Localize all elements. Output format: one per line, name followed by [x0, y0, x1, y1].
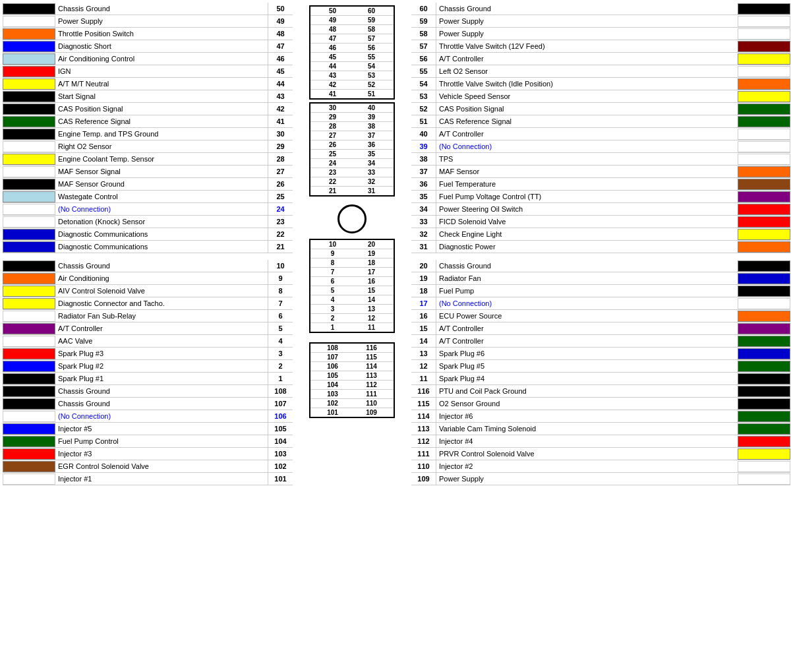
wire-color-swatch [738, 298, 790, 309]
connector-cell-right: 40 [363, 104, 381, 111]
pin-label: (No Connection) [436, 299, 738, 307]
connector-row: 102110 [310, 399, 394, 408]
right-pin-row: 54Throttle Valve Switch (Idle Position) [411, 78, 790, 90]
pin-label: ECU Power Source [436, 312, 738, 320]
pin-label: Spark Plug #6 [436, 350, 738, 357]
left-pin-row: Chassis Ground50 [3, 3, 293, 15]
pin-number: 3 [268, 348, 293, 359]
pin-number: 29 [268, 140, 293, 152]
wire-color-swatch [3, 348, 55, 359]
wire-color-swatch [3, 216, 55, 228]
connector-cell-left: 108 [324, 344, 342, 351]
wire-color-swatch [738, 154, 790, 165]
left-pin-row: Detonation (Knock) Sensor23 [3, 216, 293, 228]
pin-number: 26 [268, 178, 293, 190]
right-pin-row: 57Throttle Valve Switch (12V Feed) [411, 40, 790, 53]
connector-cell-right: 19 [363, 250, 381, 257]
pin-number: 35 [411, 191, 436, 202]
wire-color-swatch [738, 386, 790, 397]
pin-number: 27 [268, 166, 293, 177]
connector-cell-left: 22 [324, 178, 342, 185]
connector-cell-right: 32 [363, 178, 381, 185]
right-pin-row: 53Vehicle Speed Sensor [411, 90, 790, 103]
connector-cell-left: 27 [324, 132, 342, 139]
pin-number: 24 [268, 203, 293, 215]
connector-section: 3040293928382737263625352434233322322131 [309, 102, 395, 197]
pin-label: Left O2 Sensor [436, 67, 738, 75]
connector-cell-right: 116 [363, 344, 381, 351]
connector-cell-left: 105 [324, 372, 342, 379]
wire-color-swatch [3, 3, 55, 15]
connector-cell-left: 2 [324, 315, 342, 322]
pin-label: Chassis Ground [436, 5, 738, 13]
connector-cell-left: 21 [324, 187, 342, 195]
connector-cell-right: 109 [363, 409, 381, 416]
pin-number: 107 [268, 398, 293, 410]
connector-cell-right: 59 [363, 16, 381, 24]
connector-cell-right: 113 [363, 372, 381, 379]
pin-label: Throttle Position Switch [55, 30, 268, 38]
pin-number: 110 [411, 460, 436, 472]
left-pin-row: (No Connection)24 [3, 203, 293, 216]
connector-row: 106114 [310, 362, 394, 371]
connector-cell-right: 38 [363, 123, 381, 130]
connector-cell-right: 33 [363, 169, 381, 176]
pin-label: Spark Plug #4 [436, 375, 738, 382]
connector-row: 313 [310, 305, 394, 314]
pin-label: (No Connection) [55, 412, 268, 420]
wire-color-swatch [3, 273, 55, 284]
pin-label: Detonation (Knock) Sensor [55, 218, 268, 226]
wire-color-swatch [738, 41, 790, 52]
pin-label: CAS Reference Signal [55, 117, 268, 125]
wire-color-swatch [3, 373, 55, 384]
left-pin-row: Engine Coolant Temp. Sensor28 [3, 153, 293, 166]
pin-number: 46 [268, 53, 293, 65]
pin-number: 23 [268, 216, 293, 228]
connector-cell-left: 30 [324, 104, 342, 111]
right-pin-row: 111PRVR Control Solenoid Valve [411, 448, 790, 460]
connector-row: 105113 [310, 371, 394, 381]
connector-row: 5060 [310, 7, 394, 16]
pin-number: 16 [411, 310, 436, 322]
connector-cell-left: 41 [324, 90, 342, 98]
right-pin-row: 35Fuel Pump Voltage Control (TT) [411, 191, 790, 203]
right-pin-row: 17(No Connection) [411, 297, 790, 310]
pin-label: Power Supply [436, 475, 738, 483]
connector-cell-left: 25 [324, 150, 342, 158]
pin-number: 37 [411, 166, 436, 177]
connector-cell-left: 50 [324, 7, 342, 15]
wire-color-swatch [3, 154, 55, 165]
wire-color-swatch [738, 311, 790, 322]
pin-number: 43 [268, 90, 293, 102]
pin-number: 104 [268, 435, 293, 447]
pin-number: 102 [268, 460, 293, 472]
left-pin-row: Air Conditioning9 [3, 272, 293, 285]
pin-label: Throttle Valve Switch (Idle Position) [436, 80, 738, 88]
pin-label: Diagnostic Communications [55, 243, 268, 251]
wire-color-swatch [738, 448, 790, 460]
wire-color-swatch [3, 41, 55, 52]
pin-number: 21 [268, 241, 293, 253]
pin-label: Wastegate Control [55, 193, 268, 200]
pin-label: Spark Plug #3 [55, 350, 268, 357]
connector-cell-right: 20 [363, 241, 381, 248]
connector-cell-left: 48 [324, 26, 342, 33]
wire-color-swatch [738, 16, 790, 27]
right-pin-row: 40A/T Controller [411, 128, 790, 140]
connector-cell-left: 43 [324, 72, 342, 79]
pin-number: 51 [411, 115, 436, 127]
pin-label: MAF Sensor [436, 168, 738, 175]
connector-cell-left: 4 [324, 296, 342, 303]
left-pin-row: Spark Plug #33 [3, 348, 293, 360]
connector-cell-left: 23 [324, 169, 342, 176]
pin-label: Diagnostic Short [55, 42, 268, 50]
connector-row: 414 [310, 295, 394, 305]
connector-cell-right: 56 [363, 44, 381, 51]
pin-label: PRVR Control Solenoid Valve [436, 450, 738, 458]
pin-number: 38 [411, 153, 436, 165]
pin-number: 45 [268, 65, 293, 77]
pin-label: MAF Sensor Signal [55, 168, 268, 175]
connector-row: 4252 [310, 80, 394, 90]
gap-row [411, 253, 790, 260]
right-pin-row: 56A/T Controller [411, 53, 790, 65]
